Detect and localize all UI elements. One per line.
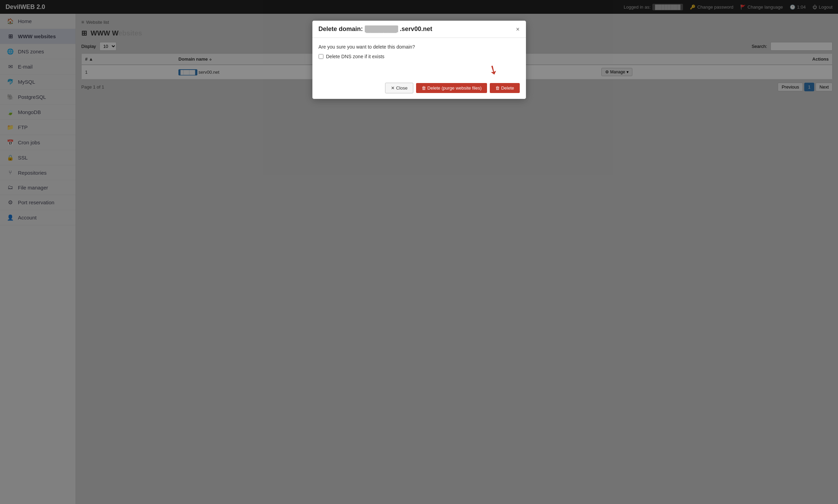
modal-checkbox-row: Delete DNS zone if it exists <box>319 54 520 59</box>
modal-close-button[interactable]: ✕ Close <box>385 83 413 93</box>
delete-dns-label: Delete DNS zone if it exists <box>326 54 385 59</box>
modal-body: Are you sure you want to delete this dom… <box>312 38 526 63</box>
modal-title: Delete domain: ███████ .serv00.net <box>319 25 432 33</box>
red-arrow-icon: ➘ <box>485 61 501 79</box>
modal-domain-suffix: .serv00.net <box>400 25 432 32</box>
delete-dns-checkbox[interactable] <box>319 54 323 59</box>
modal-header: Delete domain: ███████ .serv00.net × <box>312 21 526 38</box>
modal-overlay: Delete domain: ███████ .serv00.net × Are… <box>0 0 838 504</box>
delete-domain-modal: Delete domain: ███████ .serv00.net × Are… <box>312 21 526 99</box>
modal-delete-button[interactable]: 🗑 Delete <box>490 83 519 93</box>
modal-footer: ✕ Close 🗑 Delete (purge website files) 🗑… <box>312 79 526 99</box>
modal-confirm-text: Are you sure you want to delete this dom… <box>319 44 520 50</box>
modal-domain-blurred: ███████ <box>365 25 398 32</box>
arrow-container: ➘ <box>312 63 526 79</box>
modal-delete-purge-button[interactable]: 🗑 Delete (purge website files) <box>416 83 487 93</box>
modal-close-x-button[interactable]: × <box>516 26 520 32</box>
